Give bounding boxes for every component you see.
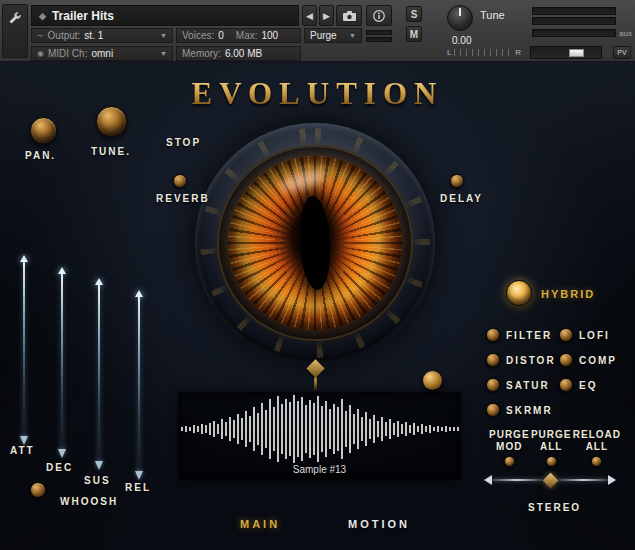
output-meter-right (532, 17, 616, 25)
instrument-title-bar[interactable]: ◆ Trailer Hits (31, 5, 299, 26)
midi-value: omni (91, 48, 113, 59)
filter-button[interactable] (486, 328, 500, 342)
pv-label: PV (617, 49, 626, 56)
max-value: 100 (261, 30, 278, 41)
waveform-display[interactable]: Sample #13 (178, 392, 461, 480)
aux-label: aux (619, 29, 632, 38)
purge-mod-button[interactable]: PURGE MOD (489, 429, 530, 467)
eq-button[interactable] (559, 378, 573, 392)
decay-label: DEC (46, 462, 73, 473)
memory-label: Memory: (182, 48, 221, 59)
output-meter-left (532, 7, 616, 15)
pan-control[interactable]: L R (447, 47, 521, 58)
slider-down-arrow-icon (95, 461, 103, 470)
mute-button[interactable]: M (406, 26, 422, 42)
hybrid-label: HYBRID (541, 288, 595, 300)
snapshot-button[interactable] (336, 5, 362, 26)
pan-right-label: R (515, 48, 521, 57)
tab-motion[interactable]: MOTION (348, 518, 410, 530)
purge-group: PURGE MOD PURGE ALL RELOAD ALL (489, 429, 621, 467)
fader-handle[interactable] (569, 49, 584, 57)
stereo-handle[interactable] (542, 472, 558, 488)
saturation-button[interactable] (486, 378, 500, 392)
output-value: st. 1 (84, 30, 103, 41)
reload-all-line2: ALL (586, 441, 608, 452)
chevron-down-icon: ▼ (160, 50, 167, 57)
midi-channel-select[interactable]: ◉ MIDI Ch: omni ▼ (31, 46, 173, 61)
release-slider[interactable] (134, 290, 144, 480)
slider-track (23, 262, 25, 436)
sustain-label: SUS (84, 475, 111, 486)
attack-label: ATT (10, 445, 35, 456)
reload-all-knob[interactable] (591, 456, 602, 467)
waveform (178, 396, 461, 462)
tab-main[interactable]: MAIN (240, 518, 280, 530)
chevron-down-icon: ▼ (160, 32, 167, 39)
stereo-slider[interactable] (484, 472, 616, 488)
purge-all-knob[interactable] (546, 456, 557, 467)
arrow-right-icon: ▶ (323, 11, 330, 21)
compressor-button[interactable] (559, 353, 573, 367)
tune-value: 0.00 (452, 35, 471, 46)
slider-up-arrow-icon (135, 290, 143, 297)
kontakt-header: ◆ Trailer Hits ◀ ▶ S M Tune 0.00 (0, 0, 635, 62)
tune-label: Tune (480, 9, 505, 21)
edit-wrench-button[interactable] (2, 4, 28, 58)
stop-label: STOP (166, 137, 201, 148)
prev-instrument-button[interactable]: ◀ (302, 5, 317, 26)
stereo-track-right (559, 479, 609, 481)
max-label: Max: (236, 30, 258, 41)
gold-orb (423, 371, 442, 390)
distortion-button[interactable] (486, 353, 500, 367)
pan-left-label: L (447, 48, 451, 57)
output-label: Output: (48, 30, 81, 41)
instrument-panel: EVOLUTION PAN. TUNE. STOP REVERB DELAY H… (0, 62, 635, 550)
stereo-label: STEREO (528, 502, 581, 513)
hybrid-knob[interactable] (506, 280, 532, 306)
tune-knob[interactable] (96, 106, 127, 137)
instrument-title: Trailer Hits (52, 9, 114, 23)
master-tune-knob[interactable] (447, 5, 473, 31)
pv-button[interactable]: PV (613, 46, 631, 59)
purge-all-line2: ALL (540, 441, 562, 452)
purge-all-line1: PURGE (531, 429, 572, 440)
delay-label: DELAY (440, 193, 483, 204)
slider-track (138, 297, 140, 471)
delay-button[interactable] (450, 174, 464, 188)
reload-all-button[interactable]: RELOAD ALL (573, 429, 621, 467)
solo-button[interactable]: S (406, 6, 422, 22)
instrument-logo: EVOLUTION (0, 76, 635, 112)
screamer-label: SKRMR (506, 405, 553, 416)
reverb-label: REVERB (156, 193, 210, 204)
distortion-label: DISTOR (506, 355, 556, 366)
sustain-slider[interactable] (94, 278, 104, 470)
release-label: REL (125, 482, 151, 493)
next-instrument-button[interactable]: ▶ (319, 5, 334, 26)
lofi-button[interactable] (559, 328, 573, 342)
reverb-button[interactable] (173, 174, 187, 188)
mini-meter-2 (366, 37, 392, 42)
whoosh-label: WHOOSH (60, 496, 118, 507)
aux-meter (532, 29, 616, 37)
whoosh-knob[interactable] (30, 482, 46, 498)
slider-track (61, 274, 63, 449)
kontakt-instrument-window: ◆ Trailer Hits ◀ ▶ S M Tune 0.00 (0, 0, 635, 550)
purge-all-button[interactable]: PURGE ALL (531, 429, 572, 467)
volume-fader[interactable] (530, 46, 602, 59)
eq-label: EQ (579, 380, 597, 391)
eye-graphic (195, 123, 435, 363)
info-button[interactable] (366, 5, 392, 26)
output-icon: ⏦ (37, 31, 44, 41)
purge-label: Purge (310, 30, 337, 41)
saturation-label: SATUR (506, 380, 550, 391)
attack-slider[interactable] (19, 255, 29, 445)
decay-slider[interactable] (57, 267, 67, 458)
info-icon (373, 10, 385, 22)
screamer-button[interactable] (486, 403, 500, 417)
purge-mod-knob[interactable] (504, 456, 515, 467)
voices-display: Voices: 0 Max: 100 (176, 28, 301, 43)
pan-knob[interactable] (30, 117, 57, 144)
purge-select[interactable]: Purge ▼ (304, 28, 362, 43)
output-select[interactable]: ⏦ Output: st. 1 ▼ (31, 28, 173, 43)
eye-bottom-ornament (307, 362, 323, 392)
